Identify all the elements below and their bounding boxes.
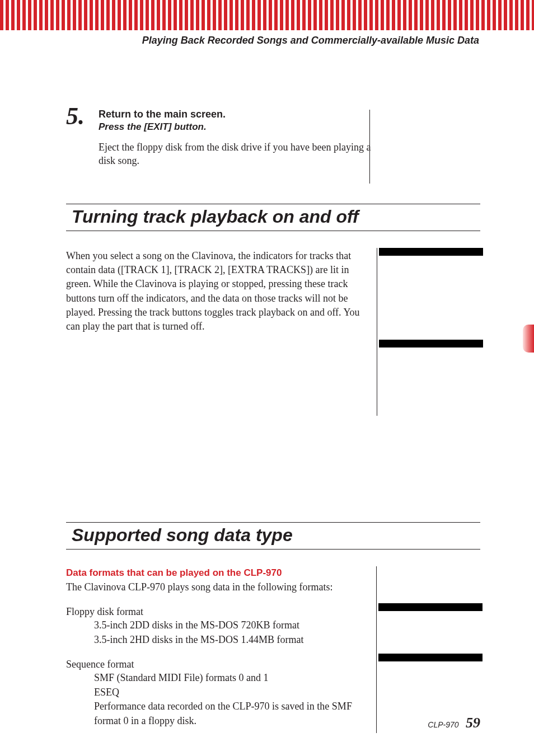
floppy-format-list: 3.5-inch 2DD disks in the MS-DOS 720KB f… xyxy=(94,618,368,647)
note-box-icon xyxy=(379,248,483,256)
sidebar-vertical-rule xyxy=(376,566,377,733)
step-body: Return to the main screen. Press the [EX… xyxy=(99,109,377,168)
seq-line-2: ESEQ xyxy=(94,685,368,700)
section-turning-track-playback: Turning track playback on and off When y… xyxy=(66,204,480,416)
step-paragraph: Eject the floppy disk from the disk driv… xyxy=(99,140,377,168)
step-title: Return to the main screen. xyxy=(99,109,377,120)
footer-page-number: 59 xyxy=(466,715,480,731)
page-edge-tab xyxy=(523,325,534,353)
floppy-line-2: 3.5-inch 2HD disks in the MS-DOS 1.44MB … xyxy=(94,633,368,647)
sequence-format-list: SMF (Standard MIDI File) formats 0 and 1… xyxy=(94,671,368,728)
floppy-line-1: 3.5-inch 2DD disks in the MS-DOS 720KB f… xyxy=(94,618,368,633)
step-number: 5. xyxy=(66,102,85,130)
seq-line-3: Performance data recorded on the CLP-970… xyxy=(94,699,368,728)
page: { "running_header": "Playing Back Record… xyxy=(0,0,534,756)
sidebar-notes-2 xyxy=(376,566,480,733)
page-footer: CLP-970 59 xyxy=(428,715,480,731)
section-body-text: Data formats that can be played on the C… xyxy=(66,566,368,733)
section-supported-song-data: Supported song data type Data formats th… xyxy=(66,522,480,733)
note-box-icon xyxy=(378,603,483,611)
section1-paragraph: When you select a song on the Clavinova,… xyxy=(66,249,369,334)
step-subtitle: Press the [EXIT] button. xyxy=(99,121,377,133)
intro-paragraph: The Clavinova CLP-970 plays song data in… xyxy=(66,580,368,594)
section-heading: Supported song data type xyxy=(66,522,480,550)
step-5: 5. Return to the main screen. Press the … xyxy=(66,109,480,181)
section-heading: Turning track playback on and off xyxy=(66,204,480,231)
note-box-icon xyxy=(379,340,483,348)
sequence-format-label: Sequence format xyxy=(66,658,368,672)
footer-model: CLP-970 xyxy=(428,720,458,729)
sidebar-notes-1 xyxy=(377,248,480,416)
main-content: 5. Return to the main screen. Press the … xyxy=(66,109,480,733)
red-subheading: Data formats that can be played on the C… xyxy=(66,566,368,579)
seq-line-1: SMF (Standard MIDI File) formats 0 and 1 xyxy=(94,671,368,685)
section-body-text: When you select a song on the Clavinova,… xyxy=(66,248,369,416)
floppy-format-label: Floppy disk format xyxy=(66,605,368,619)
top-red-comb-decoration xyxy=(0,0,534,30)
sidebar-vertical-rule xyxy=(377,248,377,416)
running-header: Playing Back Recorded Songs and Commerci… xyxy=(0,35,534,46)
note-box-icon xyxy=(378,654,483,661)
